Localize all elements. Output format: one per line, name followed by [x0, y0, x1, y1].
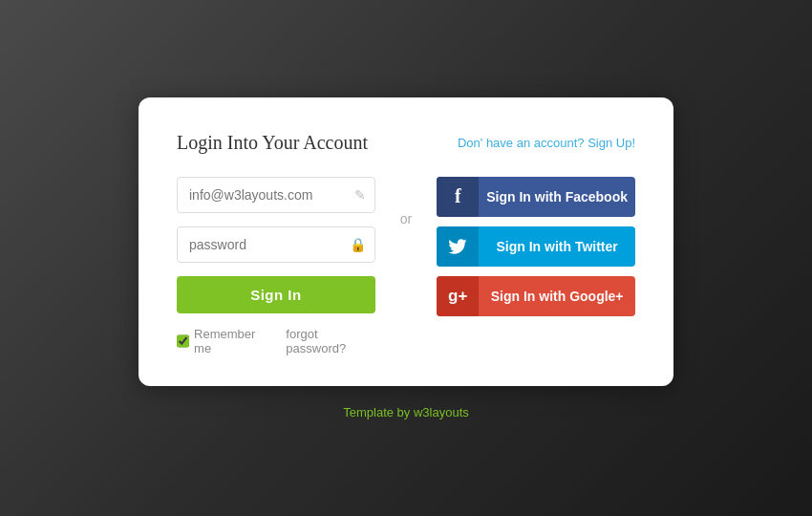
footer-prefix: Template by [343, 405, 414, 419]
login-card: Login Into Your Account Don' have an acc… [139, 97, 673, 386]
google-signin-button[interactable]: g+ Sign In with Google+ [437, 276, 635, 316]
google-signin-label: Sign In with Google+ [479, 289, 635, 304]
facebook-icon: f [437, 177, 479, 217]
email-input-wrapper: ✎ [177, 177, 375, 213]
or-divider: or [398, 177, 414, 226]
card-title: Login Into Your Account [177, 132, 368, 154]
signup-link[interactable]: Don' have an account? Sign Up! [458, 136, 635, 150]
facebook-signin-button[interactable]: f Sign In with Facebook [437, 177, 635, 217]
password-input-wrapper: 🔒 [177, 226, 375, 263]
remember-row: Remember me forgot password? [177, 327, 375, 355]
forgot-password-link[interactable]: forgot password? [286, 327, 374, 355]
remember-label[interactable]: Remember me [177, 327, 270, 355]
signin-button[interactable]: Sign In [177, 276, 375, 313]
card-body: ✎ 🔒 Sign In Remember me forgot password?… [177, 177, 635, 355]
remember-checkbox[interactable] [177, 334, 189, 348]
footer: Template by w3layouts [343, 405, 469, 419]
google-icon: g+ [437, 276, 479, 316]
remember-text: Remember me [194, 327, 270, 355]
password-input[interactable] [177, 226, 375, 263]
right-panel: f Sign In with Facebook Sign In with Twi… [437, 177, 635, 316]
facebook-signin-label: Sign In with Facebook [479, 189, 635, 204]
email-input[interactable] [177, 177, 375, 213]
twitter-icon [437, 226, 479, 267]
email-icon: ✎ [354, 187, 366, 203]
left-panel: ✎ 🔒 Sign In Remember me forgot password? [177, 177, 375, 355]
twitter-signin-label: Sign In with Twitter [479, 239, 635, 254]
card-header: Login Into Your Account Don' have an acc… [177, 132, 635, 154]
footer-brand: w3layouts [414, 405, 469, 419]
twitter-signin-button[interactable]: Sign In with Twitter [437, 226, 635, 267]
lock-icon: 🔒 [350, 237, 366, 252]
